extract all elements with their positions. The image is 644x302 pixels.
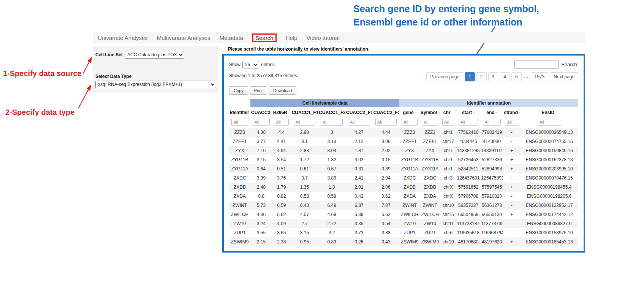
cell-ensid: ENSG00000203995.10 <box>520 164 578 173</box>
column-header-identifier[interactable]: Identifier↑↓ <box>229 107 250 118</box>
nav-item-metadata[interactable]: Metadata <box>220 35 244 41</box>
red-arrow-1 <box>83 57 92 73</box>
column-header-chr[interactable]: chr↑↓ <box>440 107 456 118</box>
cell-gene: ZYG11A <box>399 164 419 173</box>
column-header-cuacc2-f1[interactable]: CUACC2_F1↑↓ <box>345 107 373 118</box>
cell-cuacc1-f1: 2.88 <box>291 146 318 155</box>
cell-chr: chr15 <box>440 210 456 219</box>
column-label: start <box>462 110 472 115</box>
cell-end: 143391111 <box>481 146 503 155</box>
filter-input-chr[interactable] <box>442 119 454 126</box>
cell-cuacc2-f1: 0.26 <box>345 237 373 246</box>
column-header-gene[interactable]: gene↑↓ <box>399 107 419 118</box>
filter-input-end[interactable] <box>483 119 501 126</box>
page-button-2[interactable]: 2 <box>476 72 487 81</box>
cell-start: 66504959 <box>456 210 480 219</box>
cell-cuacc2: 0.8 <box>250 192 272 201</box>
page-button-1[interactable]: 1 <box>465 72 475 81</box>
nav-item-univariate-analyses[interactable]: Univariate Analyses <box>98 35 148 41</box>
search-input[interactable] <box>514 60 559 69</box>
filter-input-symbol[interactable] <box>422 119 438 126</box>
nav-item-search[interactable]: Search <box>252 33 277 42</box>
next-page-button[interactable]: Next page <box>550 72 578 81</box>
cell-identifier: ZZEF1 <box>229 137 250 146</box>
cell-cuacc2: 3.77 <box>250 137 272 146</box>
search-tip-annotation: Search gene ID by entering gene symbol, … <box>353 2 585 29</box>
cell-strand: - <box>503 228 520 237</box>
page-button-4[interactable]: 4 <box>500 72 510 81</box>
sort-icon: ↑↓ <box>271 111 272 115</box>
column-header-strand[interactable]: strand↑↓ <box>503 107 520 118</box>
filter-input-strand[interactable] <box>505 119 518 126</box>
nav-item-help[interactable]: Help <box>286 35 297 41</box>
print-button[interactable]: Print <box>250 86 267 95</box>
data-type-label: Select Data Type <box>95 74 216 79</box>
cell-cuacc2-f1: 0.42 <box>345 192 373 201</box>
cell-identifier: ZXDC <box>229 173 250 183</box>
nav-item-multivariate-analyses[interactable]: Multivariate Analyses <box>157 35 210 41</box>
cell-end: 113773735 <box>481 219 503 228</box>
group-header-identifier-annotation[interactable]: Identifier annotation↑↓ <box>399 99 578 107</box>
column-label: CUACC2 <box>251 110 270 115</box>
page-button-5[interactable]: 5 <box>511 72 522 81</box>
column-header-cuacc2-f2[interactable]: CUACC2_F2↑↓ <box>373 107 400 118</box>
column-header-start[interactable]: start↑↓ <box>456 107 480 118</box>
filter-input-gene[interactable] <box>402 119 418 126</box>
step2-annotation: 2-Specify data type <box>5 108 74 117</box>
previous-page-button[interactable]: Previous page <box>426 72 463 81</box>
page-button-1573[interactable]: 1573 <box>531 72 549 81</box>
cell-start: 52842511 <box>456 164 480 173</box>
cell-symbol: ZSWIM9 <box>420 237 440 246</box>
show-entries-select[interactable]: 25 <box>242 61 259 68</box>
column-header-ensid[interactable]: EnsID↑↓ <box>520 107 578 118</box>
column-label: Identifier <box>230 110 249 115</box>
filter-input-cuacc2-f1[interactable] <box>348 119 370 126</box>
cell-start: 116635618 <box>456 228 480 237</box>
sort-icon: ↑↓ <box>495 111 497 115</box>
sort-icon: ↑↓ <box>574 101 576 105</box>
data-type-select[interactable]: xsq: RNA-seq Expression (log2 FPKM+1) <box>95 81 216 88</box>
cell-cuacc1-f2: 1.82 <box>318 155 345 164</box>
filter-input-ensid[interactable] <box>538 119 561 126</box>
filter-input-start[interactable] <box>459 119 478 126</box>
identifier-group-sort[interactable]: ↑↓ <box>229 99 250 107</box>
filter-input-cuacc2[interactable] <box>253 119 270 126</box>
cell-strand: - <box>503 128 520 137</box>
table-row: ZW103.244.092.72.723.353.54ZW10ZW10chr11… <box>229 219 578 228</box>
nav-item-video-tutorial[interactable]: Video tutorial <box>307 35 340 41</box>
cell-cuacc2-f1: 3.02 <box>345 155 373 164</box>
cell-cuacc2-f2: 5.52 <box>373 210 400 219</box>
cell-cuacc1-f2: 3.04 <box>318 146 345 155</box>
cell-h295r: 0.82 <box>272 192 291 201</box>
cell-end: 57597545 <box>481 183 503 192</box>
filter-input-cuacc1-f2[interactable] <box>321 119 343 126</box>
cell-strand: + <box>503 183 520 192</box>
column-header-h295r[interactable]: H295R↑↓ <box>272 107 291 118</box>
column-header-cuacc2[interactable]: CUACC2↑↓ <box>250 107 272 118</box>
cell-gene: ZXDA <box>399 192 419 201</box>
filter-input-cuacc1-f1[interactable] <box>294 119 316 126</box>
copy-button[interactable]: Copy <box>229 86 248 95</box>
cell-identifier: ZYX <box>229 146 250 155</box>
filter-input-identifier[interactable] <box>231 119 248 126</box>
cell-cuacc2: 0.64 <box>250 164 272 173</box>
cell-chr: chr1 <box>440 128 456 137</box>
column-header-cuacc1-f2[interactable]: CUACC1_F2↑↓ <box>318 107 345 118</box>
column-header-cuacc1-f1[interactable]: CUACC1_F1↑↓ <box>291 107 318 118</box>
filter-input-h295r[interactable] <box>274 119 289 126</box>
cell-strand: + <box>503 237 520 246</box>
column-label: H295R <box>273 110 287 115</box>
cell-cuacc1-f2: 3.13 <box>318 137 345 146</box>
cell-cuacc2-f2: 0.39 <box>373 164 400 173</box>
download-button[interactable]: Download <box>269 86 296 95</box>
cell-line-set-select[interactable]: ACC Colorado plus PDX <box>125 51 184 59</box>
cell-symbol: ZWINT <box>420 201 440 210</box>
filter-input-cuacc2-f2[interactable] <box>375 119 397 126</box>
column-header-symbol[interactable]: Symbol↑↓ <box>420 107 440 118</box>
cell-cuacc2: 2.48 <box>250 183 272 192</box>
page-button-3[interactable]: 3 <box>488 72 498 81</box>
cell-cuacc1-f1: 3.15 <box>291 228 318 237</box>
column-header-end[interactable]: end↑↓ <box>481 107 503 118</box>
cell-chr: chr7 <box>440 146 456 155</box>
group-header-cell-line-data[interactable]: Cell line/sample data↑↓ <box>250 99 399 107</box>
